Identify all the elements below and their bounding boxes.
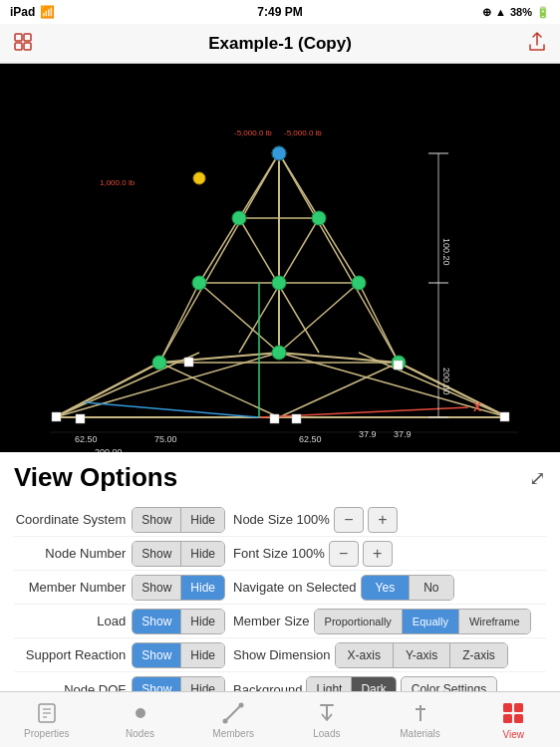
font-size-plus[interactable]: + [363, 541, 393, 567]
tab-loads[interactable]: Loads [280, 692, 374, 747]
svg-rect-0 [15, 34, 22, 41]
member-number-left: Member Number Show Hide [14, 575, 233, 601]
member-size-equally[interactable]: Equally [403, 610, 459, 633]
share-button[interactable] [526, 31, 548, 57]
font-size-label: Font Size 100% [233, 546, 325, 561]
support-reaction-show-btn[interactable]: Show [133, 643, 181, 667]
x-axis-btn[interactable]: X-axis [336, 643, 394, 667]
svg-text:X: X [473, 400, 481, 414]
load-hide-btn[interactable]: Hide [181, 610, 224, 633]
member-size-toggle[interactable]: Proportionally Equally Wireframe [314, 609, 531, 634]
viewport-3d[interactable]: X 100.20 200.00 62.50 75.00 200.00 62.50… [0, 64, 560, 452]
svg-point-78 [223, 718, 228, 723]
y-axis-btn[interactable]: Y-axis [394, 643, 450, 667]
row-support-dimension: Support Reaction Show Hide Show Dimensio… [14, 638, 546, 672]
tab-nodes[interactable]: Nodes [94, 692, 187, 747]
status-left: iPad 📶 [10, 5, 55, 19]
row-node-font: Node Number Show Hide Font Size 100% − + [14, 537, 546, 571]
loads-icon [315, 701, 339, 725]
svg-rect-68 [270, 414, 279, 423]
navigate-yes-btn[interactable]: Yes [362, 576, 411, 600]
members-icon [221, 701, 245, 725]
svg-text:-5,000.0 lb: -5,000.0 lb [284, 128, 322, 137]
svg-point-61 [272, 346, 286, 360]
svg-text:-5,000.0 lb: -5,000.0 lb [234, 128, 272, 137]
load-left: Load Show Hide [14, 609, 233, 634]
svg-point-60 [152, 356, 166, 370]
svg-rect-86 [503, 714, 512, 723]
status-right: ⊕ ▲ 38% 🔋 [482, 6, 550, 19]
member-number-hide-btn[interactable]: Hide [181, 576, 224, 600]
node-size-plus[interactable]: + [368, 507, 398, 533]
tab-members-label: Members [212, 728, 254, 739]
title-bar: Example-1 (Copy) [0, 24, 560, 64]
member-number-show-btn[interactable]: Show [133, 576, 181, 600]
node-size-minus[interactable]: − [334, 507, 364, 533]
show-dimension-toggle[interactable]: X-axis Y-axis Z-axis [335, 642, 508, 668]
svg-point-59 [352, 276, 366, 290]
svg-text:37.9: 37.9 [394, 429, 412, 439]
svg-line-77 [225, 705, 241, 721]
support-reaction-left: Support Reaction Show Hide [14, 642, 233, 668]
z-axis-btn[interactable]: Z-axis [450, 643, 507, 667]
svg-point-63 [272, 146, 286, 160]
tab-members[interactable]: Members [186, 692, 280, 747]
location-icon: ⊕ [482, 6, 491, 19]
row-load-membersize: Load Show Hide Member Size Proportionall… [14, 605, 546, 638]
tab-properties[interactable]: Properties [0, 692, 94, 747]
properties-icon [35, 701, 59, 725]
tab-view-label: View [502, 729, 524, 740]
svg-text:1,000.0 lb: 1,000.0 lb [100, 178, 136, 187]
view-options-title: View Options [14, 462, 177, 493]
load-toggle[interactable]: Show Hide [132, 609, 225, 634]
node-number-show-btn[interactable]: Show [133, 542, 181, 566]
svg-point-79 [239, 702, 244, 707]
svg-point-56 [312, 211, 326, 225]
status-bar: iPad 📶 7:49 PM ⊕ ▲ 38% 🔋 [0, 0, 560, 24]
svg-point-57 [192, 276, 206, 290]
svg-rect-69 [292, 414, 301, 423]
coordinate-hide-btn[interactable]: Hide [181, 508, 224, 532]
expand-icon[interactable]: ⤢ [529, 466, 546, 490]
member-size-proportionally[interactable]: Proportionally [315, 610, 403, 633]
node-size-right: Node Size 100% − + [233, 507, 546, 533]
wifi-icon: 📶 [40, 5, 55, 19]
node-number-hide-btn[interactable]: Hide [181, 542, 224, 566]
coordinate-system-label: Coordinate System [16, 512, 127, 527]
member-size-wireframe[interactable]: Wireframe [459, 610, 530, 633]
member-size-right: Member Size Proportionally Equally Wiref… [233, 609, 546, 634]
member-number-label: Member Number [29, 580, 127, 595]
svg-rect-1 [24, 34, 31, 41]
support-reaction-toggle[interactable]: Show Hide [132, 642, 225, 668]
navigate-selected-toggle[interactable]: Yes No [361, 575, 454, 601]
svg-rect-87 [514, 714, 523, 723]
font-size-stepper[interactable]: − + [329, 541, 393, 567]
signal-icon: ▲ [495, 6, 506, 18]
member-number-toggle[interactable]: Show Hide [132, 575, 225, 601]
coordinate-system-left: Coordinate System Show Hide [14, 507, 233, 533]
svg-rect-85 [514, 703, 523, 712]
load-label: Load [97, 614, 126, 628]
options-grid: Coordinate System Show Hide Node Size 10… [0, 499, 560, 714]
back-button[interactable] [12, 31, 34, 57]
svg-text:100.20: 100.20 [441, 238, 451, 266]
font-size-minus[interactable]: − [329, 541, 359, 567]
coordinate-system-toggle[interactable]: Show Hide [132, 507, 225, 533]
show-dimension-label: Show Dimension [233, 647, 331, 662]
view-options-header: View Options ⤢ [0, 452, 560, 499]
tab-view[interactable]: View [466, 692, 560, 747]
coordinate-show-btn[interactable]: Show [133, 508, 181, 532]
tab-bar: Properties Nodes Members Loads Materials [0, 691, 560, 747]
navigate-no-btn[interactable]: No [410, 576, 452, 600]
node-size-stepper[interactable]: − + [334, 507, 398, 533]
svg-rect-2 [15, 43, 22, 50]
svg-text:37.9: 37.9 [359, 429, 377, 439]
load-show-btn[interactable]: Show [133, 610, 181, 633]
node-number-left: Node Number Show Hide [14, 541, 233, 567]
status-time: 7:49 PM [257, 5, 302, 19]
node-number-toggle[interactable]: Show Hide [132, 541, 225, 567]
svg-point-55 [232, 211, 246, 225]
support-reaction-hide-btn[interactable]: Hide [181, 643, 224, 667]
font-size-right: Font Size 100% − + [233, 541, 546, 567]
tab-materials[interactable]: Materials [374, 692, 467, 747]
